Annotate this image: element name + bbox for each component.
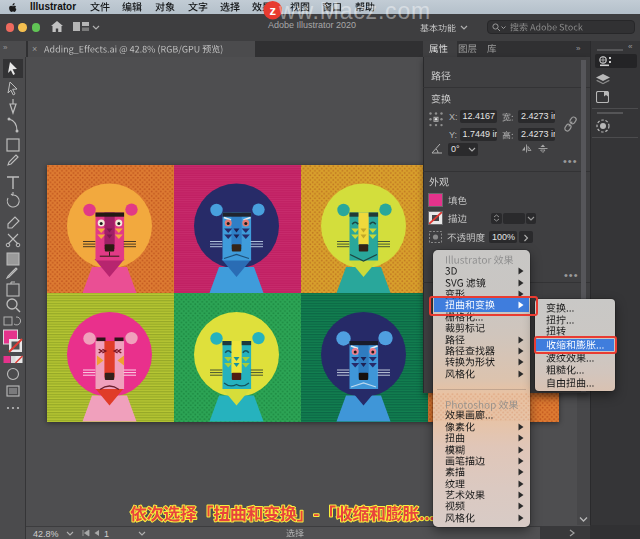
- svg-text:z: z: [269, 3, 276, 18]
